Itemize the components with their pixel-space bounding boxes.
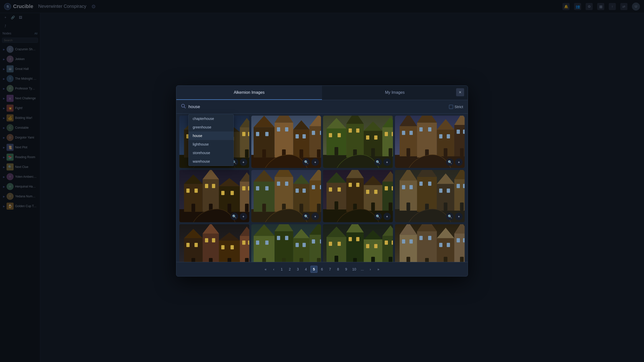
page-ellipsis: ... [359,266,366,273]
tab-alkemion-images[interactable]: Alkemion Images [176,86,322,100]
svg-rect-146 [356,183,359,187]
svg-rect-134 [320,185,321,189]
svg-rect-212 [285,236,288,240]
strict-filter[interactable]: Strict [449,105,463,109]
page-9[interactable]: 9 [343,266,350,273]
page-last[interactable]: » [375,266,382,273]
svg-rect-123 [277,182,280,186]
modal-close-button[interactable]: × [456,88,464,96]
zoom-button[interactable]: 🔍 [446,158,454,166]
add-image-button[interactable]: + [311,158,319,166]
image-cell[interactable]: 🔍+ [251,116,321,168]
zoom-button[interactable]: 🔍 [374,213,382,220]
page-7[interactable]: 7 [327,266,334,273]
image-cell[interactable] [179,224,249,262]
autocomplete-greenhouse[interactable]: greenhouse [189,123,233,131]
zoom-button[interactable]: 🔍 [302,158,310,166]
modal-tabs: Alkemion Images My Images [176,86,468,100]
modal-overlay: Alkemion Images My Images × Strict chapt… [0,0,644,362]
svg-rect-217 [302,243,306,247]
add-image-button[interactable]: + [383,158,391,166]
page-next[interactable]: › [367,266,374,273]
svg-rect-196 [227,258,231,262]
svg-rect-199 [242,241,246,245]
image-picker-modal: Alkemion Images My Images × Strict chapt… [176,85,468,277]
svg-rect-42 [299,149,303,157]
svg-rect-177 [457,184,460,188]
svg-rect-145 [349,183,352,187]
add-image-button[interactable]: + [455,213,463,220]
autocomplete-warehouse[interactable]: warehouse [189,157,233,166]
svg-rect-58 [356,128,359,133]
svg-rect-190 [212,238,215,243]
autocomplete-chapterhouse[interactable]: chapterhouse [189,114,233,123]
zoom-button[interactable]: 🔍 [231,213,238,220]
page-3[interactable]: 3 [294,266,301,273]
svg-rect-68 [392,132,393,136]
add-image-button[interactable]: + [240,213,247,220]
zoom-button[interactable]: 🔍 [374,158,382,166]
zoom-button[interactable]: 🔍 [302,213,310,220]
image-cell[interactable]: 🔍+ [395,170,465,222]
svg-rect-40 [295,134,299,139]
svg-rect-151 [374,190,378,194]
image-cell[interactable] [323,224,393,262]
svg-rect-140 [329,188,332,192]
svg-rect-162 [402,185,405,189]
svg-rect-156 [392,186,393,191]
image-cell[interactable]: 🔍+ [179,170,249,222]
tab-my-images[interactable]: My Images [322,86,468,100]
autocomplete-lighthouse[interactable]: lighthouse [189,140,233,149]
image-cell[interactable]: 🔍+ [323,170,393,222]
svg-rect-152 [371,203,375,211]
image-cell[interactable]: 🔍+ [395,116,465,168]
svg-rect-30 [256,132,259,136]
zoom-button[interactable]: 🔍 [446,213,454,220]
image-cell[interactable]: 🔍+ [323,116,393,168]
strict-label-text: Strict [455,105,463,109]
page-prev[interactable]: ‹ [270,266,277,273]
page-10[interactable]: 10 [351,266,358,273]
page-8[interactable]: 8 [335,266,342,273]
autocomplete-dropdown: chapterhouse greenhouse house lighthouse… [188,114,234,166]
page-1[interactable]: 1 [278,266,285,273]
image-search-input[interactable] [188,104,447,109]
add-image-button[interactable]: + [383,213,391,220]
svg-rect-113 [245,204,249,212]
svg-rect-194 [221,245,225,250]
svg-rect-41 [302,134,306,139]
svg-rect-163 [409,185,413,189]
svg-rect-64 [371,148,375,156]
page-4[interactable]: 4 [302,266,309,273]
page-6[interactable]: 6 [318,266,326,273]
svg-rect-222 [320,239,321,244]
svg-rect-213 [282,258,286,262]
pagination: « ‹ 1 2 3 4 5 6 7 8 9 10 ... › » [176,262,468,276]
autocomplete-house[interactable]: house [189,131,233,140]
svg-rect-98 [191,204,195,212]
svg-rect-262 [444,257,447,262]
svg-rect-107 [231,191,234,195]
image-cell-actions: 🔍+ [231,213,247,220]
image-cell[interactable] [395,224,465,262]
svg-rect-157 [389,203,392,211]
svg-rect-133 [312,185,315,189]
svg-rect-239 [374,244,378,248]
page-5[interactable]: 5 [310,266,317,273]
svg-rect-46 [320,131,321,135]
autocomplete-storehouse[interactable]: storehouse [189,149,233,157]
page-2[interactable]: 2 [286,266,293,273]
add-image-button[interactable]: + [455,158,463,166]
svg-rect-79 [419,127,423,131]
add-image-button[interactable]: + [311,213,319,220]
add-image-button[interactable]: + [240,158,247,166]
strict-checkbox[interactable] [449,105,453,109]
image-cell-actions: 🔍+ [446,158,463,166]
image-cell-actions: 🔍+ [302,213,319,220]
svg-rect-118 [256,186,259,191]
svg-rect-223 [317,258,320,262]
image-cell[interactable]: 🔍+ [251,170,321,222]
image-cell[interactable] [251,224,321,262]
page-first[interactable]: « [262,266,269,273]
svg-rect-141 [338,188,341,192]
